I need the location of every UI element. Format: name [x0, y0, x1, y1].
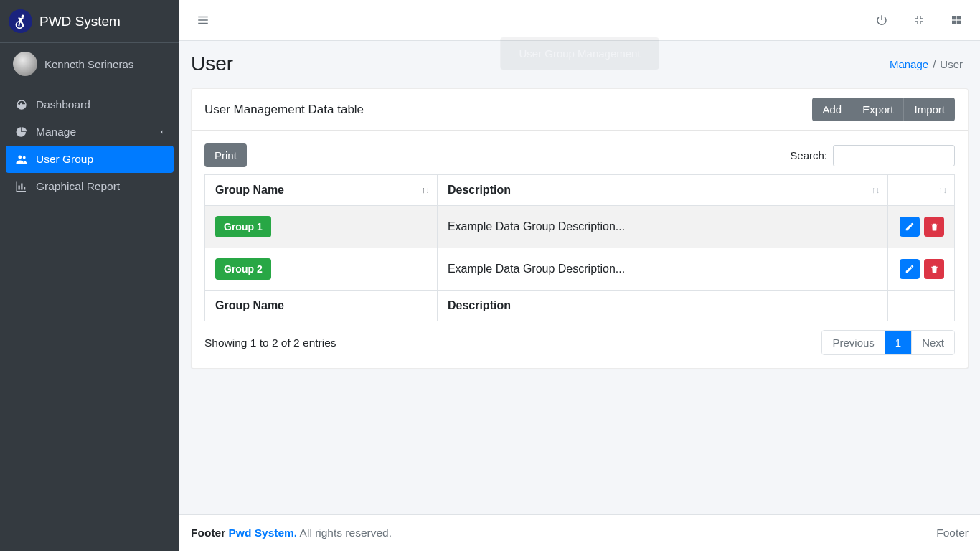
search-input[interactable]	[833, 145, 955, 166]
brand[interactable]: PWD System	[0, 0, 179, 43]
breadcrumb-sep: /	[933, 58, 936, 70]
group-badge[interactable]: Group 2	[215, 258, 271, 280]
user-card: User Management Data table Add Export Im…	[191, 88, 969, 369]
breadcrumb-parent[interactable]: Manage	[890, 58, 928, 70]
row-description: Example Data Group Description...	[437, 248, 887, 291]
sidebar-item-label: Graphical Report	[36, 180, 120, 193]
sidebar: PWD System Kenneth Serineras Dashboard M…	[0, 0, 179, 551]
page-title: User	[191, 52, 233, 75]
user-panel[interactable]: Kenneth Serineras	[6, 43, 174, 85]
brand-name: PWD System	[39, 14, 121, 29]
footer-col-actions	[887, 291, 954, 321]
breadcrumb: Manage / User	[890, 58, 963, 70]
footer-prefix: Footer	[191, 527, 229, 539]
add-button[interactable]: Add	[812, 98, 852, 121]
user-name: Kenneth Serineras	[44, 58, 133, 70]
piechart-icon	[14, 126, 29, 138]
card-actions: Add Export Import	[812, 98, 955, 121]
pencil-icon	[905, 222, 915, 232]
card-title: User Management Data table	[204, 103, 364, 117]
sidebar-item-graphical-report[interactable]: Graphical Report	[6, 173, 174, 200]
power-button[interactable]	[870, 8, 894, 32]
table-footer: Showing 1 to 2 of 2 entries Previous 1 N…	[204, 330, 955, 355]
svg-point-3	[23, 156, 26, 159]
menu-toggle-button[interactable]	[191, 8, 215, 32]
import-button[interactable]: Import	[903, 98, 955, 121]
footer-col-description: Description	[437, 291, 887, 321]
main: User Group Management User Manage / User…	[179, 0, 980, 551]
dashboard-icon	[14, 98, 29, 111]
sort-icon: ↑↓	[421, 185, 430, 195]
edit-button[interactable]	[900, 217, 920, 237]
search-label: Search:	[790, 149, 827, 161]
col-description[interactable]: Description ↑↓	[437, 175, 887, 206]
fullscreen-collapse-button[interactable]	[907, 8, 931, 32]
footer-rights: All rights reserved.	[300, 527, 392, 539]
table-row: Group 2 Example Data Group Description..…	[205, 248, 955, 291]
accessibility-icon	[9, 9, 32, 33]
col-label: Description	[448, 184, 511, 196]
sidebar-nav: Dashboard Manage User Group	[0, 85, 179, 206]
footer: Footer Pwd System. All rights reserved. …	[179, 514, 980, 551]
users-icon	[14, 153, 29, 166]
sort-icon: ↑↓	[938, 185, 947, 195]
sidebar-item-label: User Group	[36, 153, 93, 166]
edit-button[interactable]	[900, 259, 920, 279]
grid-button[interactable]	[944, 8, 969, 32]
svg-rect-7	[957, 21, 961, 24]
trash-icon	[930, 222, 939, 232]
table-row: Group 1 Example Data Group Description..…	[205, 206, 955, 248]
content-header: User Manage / User	[179, 41, 980, 83]
sidebar-item-label: Manage	[36, 126, 76, 138]
svg-point-0	[21, 14, 24, 17]
row-description: Example Data Group Description...	[437, 206, 887, 248]
sidebar-item-manage[interactable]: Manage	[6, 118, 174, 146]
page-1[interactable]: 1	[885, 331, 911, 354]
trash-icon	[930, 265, 939, 274]
breadcrumb-current: User	[940, 58, 963, 70]
print-button[interactable]: Print	[204, 143, 247, 167]
chevron-left-icon	[158, 128, 165, 136]
user-table: Group Name ↑↓ Description ↑↓ ↑↓	[204, 174, 955, 321]
col-group-name[interactable]: Group Name ↑↓	[205, 175, 438, 206]
card-header: User Management Data table Add Export Im…	[192, 89, 968, 131]
topbar	[179, 0, 980, 41]
svg-rect-5	[957, 16, 961, 19]
svg-rect-6	[952, 21, 956, 24]
page-prev[interactable]: Previous	[822, 331, 884, 354]
card-body: Print Search: Group Name ↑↓	[192, 131, 968, 368]
svg-point-2	[18, 156, 22, 159]
col-actions[interactable]: ↑↓	[887, 175, 954, 206]
delete-button[interactable]	[924, 259, 944, 279]
pencil-icon	[905, 264, 915, 274]
sidebar-item-user-group[interactable]: User Group	[6, 146, 174, 173]
group-badge[interactable]: Group 1	[215, 216, 271, 237]
avatar	[13, 52, 37, 76]
footer-brand[interactable]: Pwd System.	[229, 527, 298, 539]
delete-button[interactable]	[924, 217, 944, 237]
page-next[interactable]: Next	[911, 331, 954, 354]
sort-icon: ↑↓	[872, 185, 880, 195]
footer-right: Footer	[936, 527, 969, 540]
table-tools: Print Search:	[204, 143, 955, 167]
barchart-icon	[14, 180, 29, 193]
col-label: Group Name	[215, 184, 284, 196]
table-info: Showing 1 to 2 of 2 entries	[204, 336, 336, 349]
footer-col-group-name: Group Name	[205, 291, 438, 321]
svg-rect-4	[952, 16, 956, 19]
export-button[interactable]: Export	[852, 98, 903, 121]
pagination: Previous 1 Next	[821, 330, 955, 355]
sidebar-item-label: Dashboard	[36, 98, 90, 111]
sidebar-item-dashboard[interactable]: Dashboard	[6, 91, 174, 118]
